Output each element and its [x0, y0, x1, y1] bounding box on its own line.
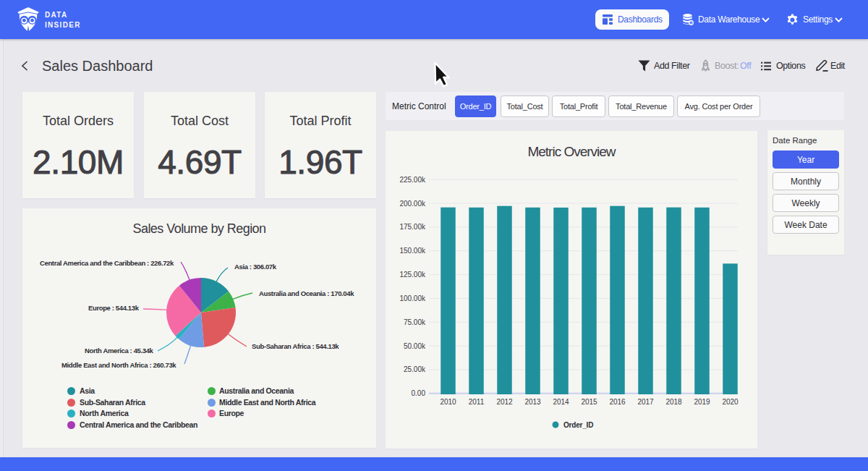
svg-text:Order_ID: Order_ID	[563, 421, 593, 429]
svg-text:2017: 2017	[637, 398, 654, 406]
svg-text:2018: 2018	[665, 398, 682, 406]
svg-text:25.00k: 25.00k	[404, 365, 426, 373]
svg-text:100.00k: 100.00k	[399, 294, 426, 302]
svg-text:2010: 2010	[440, 398, 456, 406]
svg-text:2019: 2019	[694, 398, 710, 406]
svg-text:2013: 2013	[524, 398, 541, 406]
svg-text:150.00k: 150.00k	[399, 247, 426, 255]
svg-text:2012: 2012	[496, 398, 513, 406]
svg-text:75.00k: 75.00k	[404, 318, 426, 326]
svg-text:2015: 2015	[581, 398, 597, 406]
svg-text:125.00k: 125.00k	[399, 271, 426, 279]
svg-text:175.00k: 175.00k	[399, 223, 426, 231]
svg-text:50.00k: 50.00k	[404, 342, 426, 350]
svg-text:2014: 2014	[553, 398, 569, 406]
svg-text:225.00k: 225.00k	[399, 176, 426, 184]
svg-text:0.00: 0.00	[412, 389, 426, 397]
svg-text:200.00k: 200.00k	[399, 200, 426, 208]
svg-text:2011: 2011	[469, 398, 485, 406]
svg-text:2020: 2020	[722, 398, 739, 406]
svg-text:2016: 2016	[609, 398, 626, 406]
